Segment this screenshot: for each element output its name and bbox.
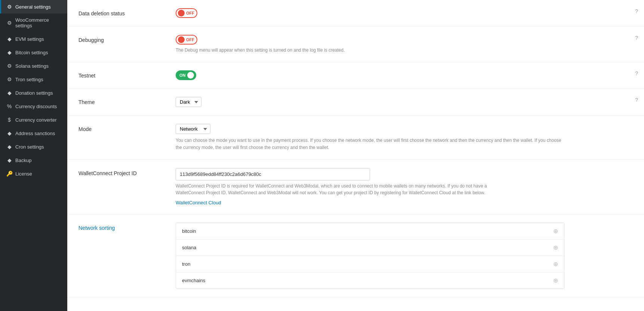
sidebar-item-label: Bitcoin settings <box>15 50 48 55</box>
help-icon[interactable]: ? <box>635 97 638 103</box>
data-deletion-toggle[interactable]: OFF <box>176 8 197 18</box>
sidebar-item-label: Currency discounts <box>15 104 57 109</box>
diamond-icon: ◆ <box>6 130 12 136</box>
sidebar-item-label: General settings <box>15 4 51 10</box>
sidebar-item-label: Currency converter <box>15 117 57 123</box>
sidebar-item-license[interactable]: 🔑 License <box>0 167 67 180</box>
diamond-icon: ◆ <box>6 36 12 42</box>
walletconnect-row: WalletConnect Project ID WalletConnect P… <box>67 160 644 214</box>
diamond-icon: ◆ <box>6 90 12 96</box>
walletconnect-cloud-link[interactable]: WalletConnect Cloud <box>176 200 221 205</box>
sidebar-item-bitcoin-settings[interactable]: ◆ Bitcoin settings <box>0 46 67 59</box>
drag-icon[interactable]: ⊕ <box>553 244 558 251</box>
data-deletion-status-label: Data deletion status <box>78 8 176 16</box>
testnet-toggle[interactable]: ON <box>176 70 196 80</box>
diamond-icon: ◆ <box>6 49 12 55</box>
network-name: solana <box>182 245 196 250</box>
testnet-row: Testnet ON ? <box>67 62 644 89</box>
help-icon[interactable]: ? <box>635 8 638 14</box>
debugging-toggle[interactable]: OFF <box>176 35 197 45</box>
sidebar-item-address-sanctions[interactable]: ◆ Address sanctions <box>0 126 67 140</box>
mode-description: You can choose the mode you want to use … <box>176 137 564 151</box>
network-name: evmchains <box>182 278 205 283</box>
toggle-knob <box>187 72 194 79</box>
toggle-label: OFF <box>186 37 194 42</box>
network-name: tron <box>182 261 190 267</box>
mode-row: Mode Network Currency You can choose the… <box>67 116 644 160</box>
gear-icon: ⚙ <box>6 76 12 82</box>
network-item-evmchains[interactable]: evmchains ⊕ <box>176 272 564 289</box>
toggle-knob <box>178 36 185 43</box>
network-item-tron[interactable]: tron ⊕ <box>176 256 564 272</box>
debugging-label: Debugging <box>78 35 176 43</box>
sidebar-item-backup[interactable]: ◆ Backup <box>0 153 67 167</box>
sidebar-item-solana-settings[interactable]: ⚙ Solana settings <box>0 59 67 73</box>
walletconnect-input[interactable] <box>176 168 370 180</box>
walletconnect-control: WalletConnect Project ID is required for… <box>176 168 633 206</box>
sidebar-item-general-settings[interactable]: ⚙ General settings <box>0 0 67 13</box>
mode-control: Network Currency You can choose the mode… <box>176 124 633 151</box>
diamond-icon: ◆ <box>6 144 12 150</box>
sidebar-item-label: Backup <box>15 158 31 163</box>
network-item-solana[interactable]: solana ⊕ <box>176 240 564 256</box>
sidebar-item-label: Tron settings <box>15 77 43 82</box>
sidebar-item-cron-settings[interactable]: ◆ Cron settings <box>0 140 67 153</box>
dollar-icon: $ <box>6 117 12 123</box>
sidebar-item-label: WooCommerce settings <box>15 17 62 28</box>
sidebar-item-currency-discounts[interactable]: % Currency discounts <box>0 100 67 113</box>
sidebar-item-woocommerce-settings[interactable]: ⚙ WooCommerce settings <box>0 13 67 32</box>
theme-select[interactable]: Dark Light Auto <box>176 97 201 107</box>
sidebar-item-label: Donation settings <box>15 90 53 96</box>
sidebar: ⚙ General settings ⚙ WooCommerce setting… <box>0 0 67 311</box>
testnet-label: Testnet <box>78 70 176 79</box>
percent-icon: % <box>6 103 12 109</box>
sidebar-item-label: Address sanctions <box>15 131 55 136</box>
sidebar-item-label: EVM settings <box>15 36 44 42</box>
network-sorting-label: Network sorting <box>78 223 176 231</box>
walletconnect-label: WalletConnect Project ID <box>78 168 176 176</box>
drag-icon[interactable]: ⊕ <box>553 228 558 235</box>
main-content: Data deletion status OFF ? Debugging OFF… <box>67 0 644 311</box>
data-deletion-status-control: OFF <box>176 8 633 18</box>
sidebar-item-evm-settings[interactable]: ◆ EVM settings <box>0 32 67 46</box>
sidebar-item-tron-settings[interactable]: ⚙ Tron settings <box>0 73 67 86</box>
gear-icon: ⚙ <box>6 4 12 10</box>
network-sorting-row: Network sorting bitcoin ⊕ solana ⊕ tron … <box>67 214 644 298</box>
walletconnect-description: WalletConnect Project ID is required for… <box>176 183 512 196</box>
network-list: bitcoin ⊕ solana ⊕ tron ⊕ evmchains ⊕ <box>176 223 564 289</box>
help-icon[interactable]: ? <box>635 70 638 76</box>
toggle-knob <box>178 10 185 16</box>
drag-icon[interactable]: ⊕ <box>553 277 558 284</box>
sidebar-item-label: Cron settings <box>15 144 44 150</box>
toggle-label: OFF <box>186 11 194 15</box>
sidebar-item-currency-converter[interactable]: $ Currency converter <box>0 113 67 126</box>
key-icon: 🔑 <box>6 171 12 177</box>
gear-icon: ⚙ <box>6 20 12 26</box>
help-icon[interactable]: ? <box>635 35 638 41</box>
toggle-label: ON <box>179 73 186 77</box>
debugging-row: Debugging OFF The Debug menu will appear… <box>67 27 644 62</box>
data-deletion-status-row: Data deletion status OFF ? <box>67 0 644 27</box>
debugging-description: The Debug menu will appear when this set… <box>176 47 512 54</box>
sidebar-item-label: Solana settings <box>15 63 49 69</box>
mode-select[interactable]: Network Currency <box>176 124 210 134</box>
drag-icon[interactable]: ⊕ <box>553 260 558 268</box>
debugging-control: OFF The Debug menu will appear when this… <box>176 35 633 54</box>
sidebar-item-label: License <box>15 171 32 177</box>
mode-label: Mode <box>78 124 176 132</box>
network-sorting-control: bitcoin ⊕ solana ⊕ tron ⊕ evmchains ⊕ <box>176 223 633 289</box>
network-item-bitcoin[interactable]: bitcoin ⊕ <box>176 223 564 240</box>
testnet-control: ON <box>176 70 633 80</box>
network-name: bitcoin <box>182 228 196 234</box>
diamond-icon: ◆ <box>6 157 12 163</box>
theme-label: Theme <box>78 97 176 105</box>
gear-icon: ⚙ <box>6 63 12 69</box>
theme-row: Theme Dark Light Auto ? <box>67 89 644 116</box>
theme-control: Dark Light Auto <box>176 97 633 107</box>
sidebar-item-donation-settings[interactable]: ◆ Donation settings <box>0 86 67 100</box>
